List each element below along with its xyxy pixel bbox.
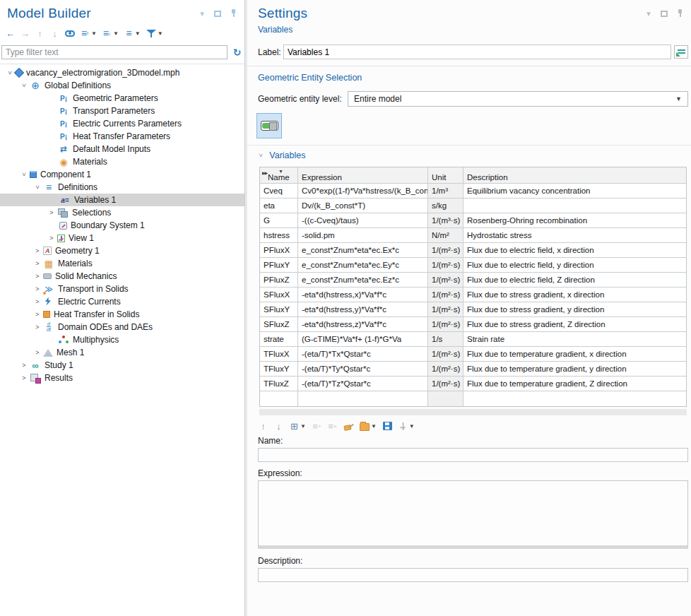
table-cell-name[interactable]: PFluxX [260, 243, 298, 258]
tree-item-solid-mechanics[interactable]: >Solid Mechanics [0, 270, 244, 283]
tree-item-study-1[interactable]: >Study 1 [0, 359, 244, 372]
table-cell-unit[interactable]: 1/m³ [428, 184, 463, 199]
chevron-right-icon[interactable]: > [32, 247, 43, 254]
chevron-down-icon[interactable]: ▼ [371, 423, 377, 430]
move-columns-icon[interactable]: ▶▶ [262, 168, 267, 178]
label-input[interactable] [283, 45, 671, 59]
move-up-button[interactable] [259, 421, 268, 432]
table-cell-expression[interactable]: (G-cTIME)*Va*f+ (1-f)*G*Va [298, 332, 428, 347]
pin-panel-button[interactable] [229, 9, 237, 18]
table-cell-name[interactable]: TFluxY [260, 362, 298, 377]
table-cell-unit[interactable]: s/kg [428, 199, 463, 213]
tree-item-electric-currents-parameters[interactable]: Electric Currents Parameters [0, 117, 244, 130]
table-cell-description[interactable]: Hydrostatic stress [463, 228, 686, 243]
table-cell-description[interactable]: Flux due to electric field, y direction [463, 258, 686, 273]
delete-row-button[interactable] [328, 421, 337, 432]
back-button[interactable] [6, 28, 15, 39]
show-button[interactable] [65, 30, 75, 37]
tree-item-view-1[interactable]: >View 1 [0, 232, 244, 244]
chevron-down-icon[interactable]: > [6, 67, 13, 78]
table-cell-name[interactable]: Cveq [260, 184, 298, 199]
name-input[interactable] [258, 448, 688, 462]
save-file-button[interactable] [383, 422, 392, 430]
chevron-right-icon[interactable]: > [18, 374, 30, 381]
forward-button[interactable] [20, 28, 30, 39]
table-cell-expression[interactable]: Cv0*exp((1-f)*Va*hstress/(k_B_const*T)) [298, 184, 428, 199]
chevron-right-icon[interactable]: > [32, 273, 43, 280]
collapse-all-button[interactable]: ▼ [102, 28, 119, 39]
chevron-down-icon[interactable]: > [34, 182, 41, 193]
table-cell-expression[interactable]: -(eta/T)*Tz*Qstar*c [298, 377, 428, 391]
table-cell-unit[interactable]: N/m² [428, 228, 463, 243]
table-cell-description[interactable]: Flux due to stress gradient, y direction [463, 302, 686, 317]
chevron-down-icon[interactable]: ▼ [135, 30, 141, 37]
tree-item-geometry-1[interactable]: >Geometry 1 [0, 244, 244, 257]
table-cell-expression[interactable]: -(eta/T)*Ty*Qstar*c [298, 362, 428, 377]
float-panel-button[interactable] [213, 9, 222, 18]
tree-item-variables-1[interactable]: Variables 1 [0, 194, 244, 206]
move-to-button[interactable]: ▼ [290, 421, 306, 432]
table-cell-description[interactable] [463, 199, 686, 213]
chevron-right-icon[interactable]: > [46, 235, 57, 242]
table-cell-description[interactable]: Flux due to temperature gradient, Z dire… [463, 377, 686, 391]
table-cell-name[interactable]: SFluxX [260, 288, 298, 302]
table-scrollbar[interactable] [259, 409, 687, 415]
table-cell-unit[interactable]: 1/(m²·s) [428, 302, 463, 317]
float-panel-button[interactable] [660, 9, 668, 18]
table-cell-name[interactable]: PFluxZ [260, 273, 298, 288]
chevron-down-icon[interactable]: ▼ [409, 423, 415, 430]
table-cell-description[interactable]: Flux due to electric field, x direction [463, 243, 686, 258]
table-cell-description[interactable]: Strain rate [463, 332, 686, 347]
move-down-button[interactable] [274, 421, 283, 432]
chevron-right-icon[interactable]: > [32, 349, 43, 356]
tree-item-transport-parameters[interactable]: Transport Parameters [0, 105, 244, 117]
chevron-down-icon[interactable]: ▼ [158, 30, 163, 37]
tree-item-boundary-system-1[interactable]: Boundary System 1 [0, 219, 244, 232]
table-cell-unit[interactable]: 1/(m²·s) [428, 273, 463, 288]
table-cell-description[interactable]: Flux due to temperature gradient, y dire… [463, 362, 686, 377]
chevron-right-icon[interactable]: > [32, 298, 43, 305]
table-cell-expression[interactable]: -eta*d(hstress,z)*Va*f*c [298, 317, 428, 332]
table-cell-description[interactable]: Rosenberg-Ohring recombination [463, 213, 686, 228]
chevron-down-icon[interactable]: > [20, 80, 28, 91]
rename-note-button[interactable] [674, 45, 688, 59]
tree-item-transport-in-solids[interactable]: >Transport in Solids [0, 283, 244, 295]
tree-item-mesh-1[interactable]: >Mesh 1 [0, 346, 244, 359]
table-cell-name[interactable]: SFluxY [260, 302, 298, 317]
chevron-down-icon[interactable]: ▼ [91, 30, 97, 37]
chevron-down-icon[interactable]: ▼ [300, 423, 306, 430]
chevron-right-icon[interactable]: > [46, 209, 57, 216]
table-cell-expression[interactable]: e_const*Znum*eta*ec.Ey*c [298, 258, 428, 273]
table-cell-description[interactable]: Flux due to stress gradient, Z direction [463, 317, 686, 332]
table-cell-expression[interactable]: -eta*d(hstress,x)*Va*f*c [298, 288, 428, 302]
tree-item-domain-odes-and-daes[interactable]: >Domain ODEs and DAEs [0, 321, 244, 333]
pin-panel-button[interactable] [675, 9, 684, 18]
down-button[interactable] [50, 28, 59, 39]
tree-item-electric-currents[interactable]: >Electric Currents [0, 295, 244, 308]
panel-menu-button[interactable] [644, 9, 653, 18]
tree-item-heat-transfer-in-solids[interactable]: >Heat Transfer in Solids [0, 308, 244, 321]
table-cell-unit[interactable]: 1/(m²·s) [428, 288, 463, 302]
active-selection-toggle-button[interactable] [256, 113, 282, 138]
refresh-icon[interactable] [232, 47, 242, 58]
table-cell-name[interactable]: hstress [260, 228, 298, 243]
tree-item-definitions[interactable]: >Definitions [0, 181, 244, 194]
table-cell-expression[interactable]: -((c-Cveq)/taus) [298, 213, 428, 228]
chevron-right-icon[interactable]: > [32, 311, 43, 318]
tree-item-materials[interactable]: Materials [0, 155, 244, 168]
tree-item-selections[interactable]: >Selections [0, 206, 244, 219]
table-cell-unit[interactable] [428, 391, 463, 406]
display-button[interactable]: ▼ [124, 28, 141, 39]
tree-item-heat-transfer-parameters[interactable]: Heat Transfer Parameters [0, 130, 244, 143]
up-button[interactable] [35, 28, 45, 39]
table-cell-unit[interactable]: 1/(m²·s) [428, 258, 463, 273]
expand-all-button[interactable]: ▼ [81, 28, 97, 39]
clear-table-button[interactable] [343, 421, 353, 431]
expression-input[interactable] [258, 480, 688, 549]
table-cell-name[interactable]: strate [260, 332, 298, 347]
table-cell-unit[interactable]: 1/(m³·s) [428, 213, 463, 228]
filter-button[interactable]: ▼ [146, 29, 163, 38]
table-cell-unit[interactable]: 1/(m²·s) [428, 243, 463, 258]
table-cell-expression[interactable]: Dv/(k_B_const*T) [298, 199, 428, 213]
table-cell-expression[interactable]: -eta*d(hstress,y)*Va*f*c [298, 302, 428, 317]
